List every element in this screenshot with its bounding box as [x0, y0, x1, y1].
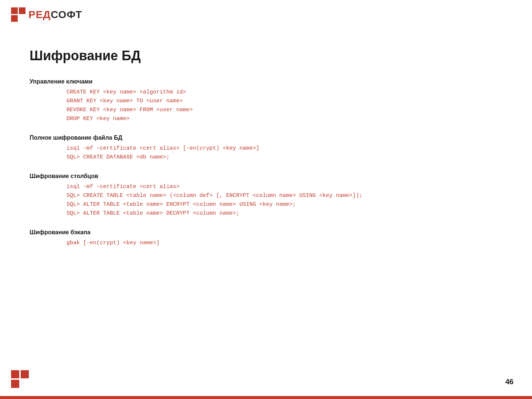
- code-block-full-encryption: isql -mf -certificate <cert alias> [-en(…: [30, 144, 502, 162]
- section-backup-encryption: Шифрование бэкапа gbak [-en(crypt) <key …: [30, 229, 502, 248]
- section-title-full-encryption: Полное шифрование файла БД: [30, 134, 502, 141]
- code-line: SQL> ALTER TABLE <table name> ENCRYPT <c…: [66, 200, 502, 209]
- logo-red-part: РЕД: [28, 9, 51, 20]
- page-title: Шифрование БД: [30, 48, 502, 64]
- code-line: GRANT KEY <key name> TO <user name>: [66, 97, 502, 106]
- section-full-encryption: Полное шифрование файла БД isql -mf -cer…: [30, 134, 502, 162]
- logo-squares: [11, 7, 25, 22]
- bottom-sq4: [21, 380, 29, 388]
- code-line: SQL> CREATE TABLE <table name> (<column …: [66, 191, 502, 200]
- section-title-key-management: Управление ключами: [30, 78, 502, 85]
- main-content: Шифрование БД Управление ключами CREATE …: [30, 48, 502, 259]
- code-block-column-encryption: isql -mf -certificate <cert alias> SQL> …: [30, 183, 502, 218]
- bottom-logo-squares: [11, 370, 29, 388]
- code-line: gbak [-en(crypt) <key name>]: [66, 239, 502, 248]
- section-column-encryption: Шифрование столбцов isql -mf -certificat…: [30, 173, 502, 218]
- logo-dark-part: СОФТ: [51, 9, 82, 20]
- logo-sq2: [19, 7, 25, 14]
- code-line: DROP KEY <key name>: [66, 115, 502, 123]
- code-line: REVOKE KEY <key name> FROM <user name>: [66, 106, 502, 115]
- code-line: isql -mf -certificate <cert alias> [-en(…: [66, 144, 502, 153]
- logo-sq4: [19, 15, 25, 22]
- logo: РЕДСОФТ: [11, 7, 82, 22]
- section-title-backup-encryption: Шифрование бэкапа: [30, 229, 502, 236]
- code-line: SQL> CREATE DATABASE <db name>;: [66, 153, 502, 162]
- section-title-column-encryption: Шифрование столбцов: [30, 173, 502, 180]
- section-key-management: Управление ключами CREATE KEY <key name>…: [30, 78, 502, 123]
- code-line: CREATE KEY <key name> <algorithm id>: [66, 88, 502, 97]
- bottom-sq3: [11, 380, 19, 388]
- logo-text: РЕДСОФТ: [28, 9, 82, 21]
- page-number: 46: [505, 378, 514, 386]
- logo-sq1: [11, 7, 18, 14]
- code-block-key-management: CREATE KEY <key name> <algorithm id> GRA…: [30, 88, 502, 123]
- bottom-bar: [0, 396, 532, 399]
- code-line: SQL> ALTER TABLE <table name> DECRYPT <c…: [66, 209, 502, 218]
- bottom-sq2: [21, 370, 29, 378]
- logo-sq3: [11, 15, 18, 22]
- code-line: isql -mf -certificate <cert alias>: [66, 183, 502, 191]
- code-block-backup-encryption: gbak [-en(crypt) <key name>]: [30, 239, 502, 248]
- bottom-sq1: [11, 370, 19, 378]
